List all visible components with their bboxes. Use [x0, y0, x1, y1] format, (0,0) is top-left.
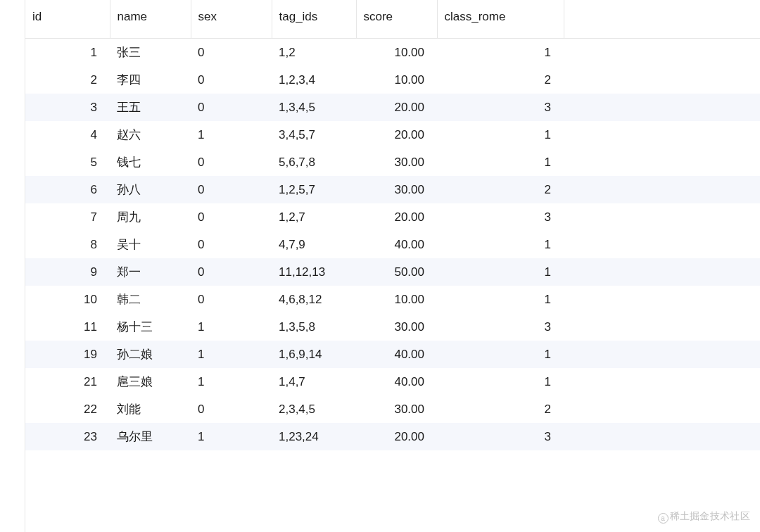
cell-score[interactable]: 30.00 [356, 176, 437, 203]
cell-class_rome[interactable]: 3 [437, 203, 564, 231]
cell-name[interactable]: 郑一 [110, 258, 191, 286]
cell-class_rome[interactable]: 1 [437, 341, 564, 368]
table-row[interactable]: 11杨十三11,3,5,830.003 [25, 313, 760, 341]
cell-score[interactable]: 30.00 [356, 313, 437, 341]
cell-sex[interactable]: 0 [191, 395, 272, 423]
cell-score[interactable]: 10.00 [356, 286, 437, 313]
cell-id[interactable]: 22 [25, 395, 110, 423]
cell-sex[interactable]: 0 [191, 203, 272, 231]
table-row[interactable]: 6孙八01,2,5,730.002 [25, 176, 760, 203]
cell-tag_ids[interactable]: 1,3,5,8 [272, 313, 356, 341]
cell-id[interactable]: 21 [25, 368, 110, 395]
cell-id[interactable]: 7 [25, 203, 110, 231]
table-row[interactable]: 7周九01,2,720.003 [25, 203, 760, 231]
table-row[interactable]: 23乌尔里11,23,2420.003 [25, 423, 760, 450]
cell-id[interactable]: 11 [25, 313, 110, 341]
cell-sex[interactable]: 0 [191, 66, 272, 94]
cell-name[interactable]: 赵六 [110, 121, 191, 148]
cell-sex[interactable]: 0 [191, 231, 272, 258]
column-header-id[interactable]: id [25, 0, 110, 39]
table-row[interactable]: 8吴十04,7,940.001 [25, 231, 760, 258]
cell-tag_ids[interactable]: 1,2,7 [272, 203, 356, 231]
cell-tag_ids[interactable]: 2,3,4,5 [272, 395, 356, 423]
cell-name[interactable]: 周九 [110, 203, 191, 231]
column-header-sex[interactable]: sex [191, 0, 272, 39]
cell-sex[interactable]: 0 [191, 176, 272, 203]
cell-class_rome[interactable]: 1 [437, 121, 564, 148]
table-row[interactable]: 19孙二娘11,6,9,1440.001 [25, 341, 760, 368]
cell-sex[interactable]: 1 [191, 341, 272, 368]
cell-class_rome[interactable]: 3 [437, 423, 564, 450]
cell-score[interactable]: 40.00 [356, 368, 437, 395]
cell-id[interactable]: 23 [25, 423, 110, 450]
cell-sex[interactable]: 1 [191, 121, 272, 148]
cell-id[interactable]: 3 [25, 94, 110, 121]
cell-tag_ids[interactable]: 4,6,8,12 [272, 286, 356, 313]
cell-class_rome[interactable]: 2 [437, 176, 564, 203]
cell-score[interactable]: 20.00 [356, 423, 437, 450]
cell-sex[interactable]: 0 [191, 286, 272, 313]
column-header-class-rome[interactable]: class_rome [437, 0, 564, 39]
cell-name[interactable]: 刘能 [110, 395, 191, 423]
cell-class_rome[interactable]: 1 [437, 39, 564, 67]
cell-score[interactable]: 30.00 [356, 395, 437, 423]
column-header-score[interactable]: score [356, 0, 437, 39]
cell-sex[interactable]: 0 [191, 39, 272, 67]
cell-sex[interactable]: 1 [191, 368, 272, 395]
cell-sex[interactable]: 1 [191, 423, 272, 450]
table-row[interactable]: 5钱七05,6,7,830.001 [25, 148, 760, 176]
cell-name[interactable]: 孙八 [110, 176, 191, 203]
cell-name[interactable]: 扈三娘 [110, 368, 191, 395]
column-header-tag-ids[interactable]: tag_ids [272, 0, 356, 39]
column-header-name[interactable]: name [110, 0, 191, 39]
table-row[interactable]: 21扈三娘11,4,740.001 [25, 368, 760, 395]
cell-tag_ids[interactable]: 1,4,7 [272, 368, 356, 395]
cell-name[interactable]: 李四 [110, 66, 191, 94]
cell-score[interactable]: 10.00 [356, 39, 437, 67]
cell-score[interactable]: 40.00 [356, 341, 437, 368]
cell-id[interactable]: 19 [25, 341, 110, 368]
cell-name[interactable]: 乌尔里 [110, 423, 191, 450]
table-row[interactable]: 1张三01,210.001 [25, 39, 760, 67]
cell-score[interactable]: 30.00 [356, 148, 437, 176]
cell-tag_ids[interactable]: 1,3,4,5 [272, 94, 356, 121]
cell-sex[interactable]: 1 [191, 313, 272, 341]
cell-name[interactable]: 孙二娘 [110, 341, 191, 368]
table-row[interactable]: 9郑一011,12,1350.001 [25, 258, 760, 286]
cell-class_rome[interactable]: 1 [437, 148, 564, 176]
cell-score[interactable]: 40.00 [356, 231, 437, 258]
table-row[interactable]: 3王五01,3,4,520.003 [25, 94, 760, 121]
cell-class_rome[interactable]: 1 [437, 286, 564, 313]
cell-name[interactable]: 吴十 [110, 231, 191, 258]
cell-class_rome[interactable]: 3 [437, 94, 564, 121]
cell-score[interactable]: 50.00 [356, 258, 437, 286]
cell-name[interactable]: 张三 [110, 39, 191, 67]
cell-score[interactable]: 20.00 [356, 121, 437, 148]
cell-class_rome[interactable]: 3 [437, 313, 564, 341]
cell-id[interactable]: 2 [25, 66, 110, 94]
cell-id[interactable]: 6 [25, 176, 110, 203]
cell-tag_ids[interactable]: 4,7,9 [272, 231, 356, 258]
cell-id[interactable]: 5 [25, 148, 110, 176]
cell-tag_ids[interactable]: 1,2,3,4 [272, 66, 356, 94]
table-row[interactable]: 22刘能02,3,4,530.002 [25, 395, 760, 423]
cell-tag_ids[interactable]: 11,12,13 [272, 258, 356, 286]
cell-score[interactable]: 20.00 [356, 94, 437, 121]
cell-sex[interactable]: 0 [191, 258, 272, 286]
cell-class_rome[interactable]: 1 [437, 231, 564, 258]
cell-tag_ids[interactable]: 1,23,24 [272, 423, 356, 450]
cell-class_rome[interactable]: 1 [437, 368, 564, 395]
table-row[interactable]: 2李四01,2,3,410.002 [25, 66, 760, 94]
cell-name[interactable]: 王五 [110, 94, 191, 121]
cell-name[interactable]: 杨十三 [110, 313, 191, 341]
cell-tag_ids[interactable]: 3,4,5,7 [272, 121, 356, 148]
cell-tag_ids[interactable]: 1,2,5,7 [272, 176, 356, 203]
cell-name[interactable]: 韩二 [110, 286, 191, 313]
cell-sex[interactable]: 0 [191, 94, 272, 121]
cell-id[interactable]: 1 [25, 39, 110, 67]
cell-score[interactable]: 10.00 [356, 66, 437, 94]
cell-id[interactable]: 8 [25, 231, 110, 258]
cell-class_rome[interactable]: 2 [437, 395, 564, 423]
cell-score[interactable]: 20.00 [356, 203, 437, 231]
cell-tag_ids[interactable]: 5,6,7,8 [272, 148, 356, 176]
